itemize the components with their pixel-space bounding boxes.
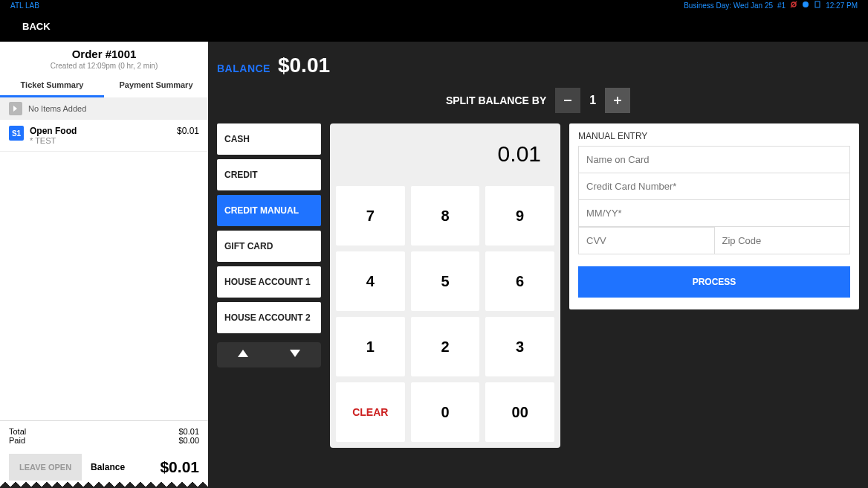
manual-entry-title: MANUAL ENTRY xyxy=(578,131,850,141)
order-title: Order #1001 xyxy=(0,48,208,60)
pay-type-credit-manual[interactable]: CREDIT MANUAL xyxy=(217,195,321,226)
expiry-input[interactable] xyxy=(578,200,850,227)
clock-label: 12:27 PM xyxy=(826,1,858,10)
balance-header-amount: $0.01 xyxy=(278,54,330,77)
tab-ticket-summary[interactable]: Ticket Summary xyxy=(0,73,104,97)
item-price: $0.01 xyxy=(177,126,199,145)
display-number: #1 xyxy=(777,1,786,10)
key-2[interactable]: 2 xyxy=(411,317,480,376)
svg-rect-3 xyxy=(815,1,820,7)
no-items-banner: No Items Added xyxy=(0,97,208,120)
name-on-card-input[interactable] xyxy=(578,146,850,173)
paid-label: Paid xyxy=(9,436,25,445)
seat-badge: S1 xyxy=(9,126,24,141)
credit-card-number-input[interactable] xyxy=(578,173,850,200)
key-8[interactable]: 8 xyxy=(411,186,480,245)
item-name: Open Food xyxy=(30,126,171,136)
paid-value: $0.00 xyxy=(178,436,199,445)
pay-type-house-account-2[interactable]: HOUSE ACCOUNT 2 xyxy=(217,302,321,333)
key-5[interactable]: 5 xyxy=(411,251,480,311)
order-subtitle: Created at 12:09pm (0 hr, 2 min) xyxy=(0,62,208,70)
key-3[interactable]: 3 xyxy=(485,317,554,376)
status-bar: ATL LAB Business Day: Wed Jan 25 #1 12:2… xyxy=(0,0,868,10)
receipt-edge-decoration xyxy=(0,481,208,488)
arrow-right-icon xyxy=(9,102,22,115)
page-up-button[interactable] xyxy=(236,348,250,362)
zip-code-input[interactable] xyxy=(714,227,851,254)
split-decrease-button[interactable] xyxy=(555,88,580,113)
key-7[interactable]: 7 xyxy=(336,186,405,245)
key-0[interactable]: 0 xyxy=(411,382,480,442)
balance-header-label: BALANCE xyxy=(217,62,271,74)
total-label: Total xyxy=(9,427,26,436)
key-clear[interactable]: CLEAR xyxy=(336,382,405,442)
location-label: ATL LAB xyxy=(10,1,39,10)
key-00[interactable]: 00 xyxy=(485,382,554,442)
page-down-button[interactable] xyxy=(288,348,302,362)
receipt-icon xyxy=(814,1,821,10)
balance-label-left: Balance xyxy=(91,462,125,472)
item-modifier: * TEST xyxy=(30,136,171,145)
pay-type-cash[interactable]: CASH xyxy=(217,123,321,155)
split-increase-button[interactable] xyxy=(605,88,630,113)
key-1[interactable]: 1 xyxy=(336,317,405,376)
balance-amount-left: $0.01 xyxy=(160,458,199,476)
key-4[interactable]: 4 xyxy=(336,251,405,311)
pay-type-pager xyxy=(217,342,321,367)
order-line-item[interactable]: S1 Open Food * TEST $0.01 xyxy=(0,120,208,152)
process-button[interactable]: PROCESS xyxy=(578,266,850,298)
keypad-display: 0.01 xyxy=(336,129,554,180)
sync-icon xyxy=(802,1,809,10)
manual-entry-card: MANUAL ENTRY PROCESS xyxy=(569,123,859,309)
pay-type-credit[interactable]: CREDIT xyxy=(217,159,321,190)
split-count: 1 xyxy=(589,94,596,107)
svg-rect-4 xyxy=(564,100,571,101)
svg-rect-6 xyxy=(617,97,618,104)
cvv-input[interactable] xyxy=(578,227,714,254)
back-button[interactable]: BACK xyxy=(0,10,868,42)
key-6[interactable]: 6 xyxy=(485,251,554,311)
sync-off-icon xyxy=(790,1,797,10)
split-balance-label: SPLIT BALANCE BY xyxy=(446,94,546,106)
key-9[interactable]: 9 xyxy=(485,186,554,245)
tab-payment-summary[interactable]: Payment Summary xyxy=(104,73,208,97)
pay-type-house-account-1[interactable]: HOUSE ACCOUNT 1 xyxy=(217,266,321,298)
keypad: 0.01 7 8 9 4 5 6 1 2 3 CLEAR 0 00 xyxy=(330,123,560,448)
order-panel: Order #1001 Created at 12:09pm (0 hr, 2 … xyxy=(0,42,208,488)
business-day-label: Business Day: Wed Jan 25 xyxy=(684,1,773,10)
svg-point-2 xyxy=(803,1,809,7)
leave-open-button[interactable]: LEAVE OPEN xyxy=(9,454,82,481)
pay-type-gift-card[interactable]: GIFT CARD xyxy=(217,231,321,262)
total-value: $0.01 xyxy=(178,427,199,436)
